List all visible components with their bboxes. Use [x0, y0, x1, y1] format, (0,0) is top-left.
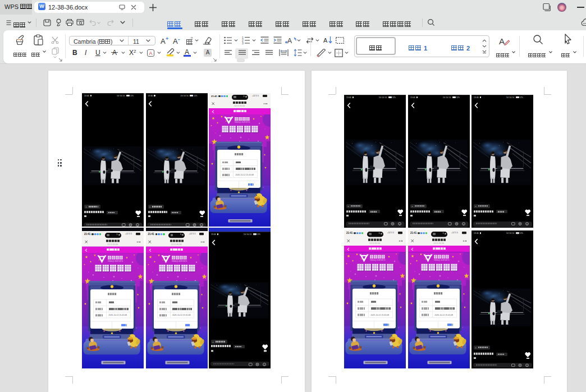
svg-text:3: 3: [242, 41, 244, 44]
svg-text:FENGQI ESPORTS: FENGQI ESPORTS: [108, 260, 123, 262]
svg-text:FENGQI ESPORTS: FENGQI ESPORTS: [434, 259, 449, 261]
svg-text:FENGQI ESPORTS: FENGQI ESPORTS: [235, 121, 250, 123]
svg-text:A: A: [499, 36, 505, 46]
svg-text:FENGQI ESPORTS: FENGQI ESPORTS: [172, 260, 187, 262]
svg-text:FENGQI ESPORTS: FENGQI ESPORTS: [370, 259, 385, 261]
